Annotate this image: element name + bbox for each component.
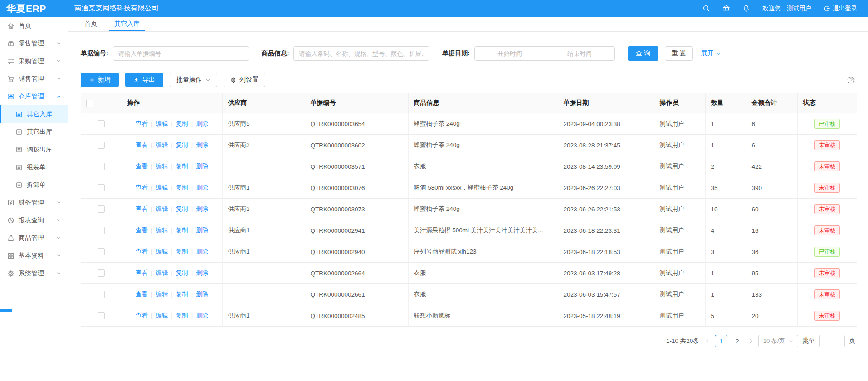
bell-icon[interactable] xyxy=(742,5,750,12)
sidebar-item-report-query[interactable]: 报表查询 xyxy=(0,211,68,229)
action-edit-link[interactable]: 编辑 xyxy=(156,291,168,298)
operator-cell: 测试用户 xyxy=(654,113,705,135)
batch-actions-button[interactable]: 批量操作 xyxy=(170,73,217,87)
sidebar-item-label: 其它入库 xyxy=(27,110,52,118)
add-button[interactable]: 新增 xyxy=(81,73,119,87)
sidebar-item-system-mgmt[interactable]: 系统管理 xyxy=(0,264,68,282)
row-checkbox[interactable] xyxy=(98,205,105,213)
row-checkbox[interactable] xyxy=(98,248,105,255)
action-copy-link[interactable]: 复制 xyxy=(176,120,188,127)
action-copy-link[interactable]: 复制 xyxy=(176,248,188,255)
action-edit-link[interactable]: 编辑 xyxy=(156,312,168,319)
sidebar-item-warehouse-mgmt[interactable]: 仓库管理 xyxy=(0,88,68,105)
search-icon[interactable] xyxy=(702,5,710,12)
prev-page-button[interactable] xyxy=(705,338,710,344)
action-delete-link[interactable]: 删除 xyxy=(196,163,208,170)
action-edit-link[interactable]: 编辑 xyxy=(156,184,168,191)
row-checkbox[interactable] xyxy=(98,269,105,277)
action-copy-link[interactable]: 复制 xyxy=(176,142,188,148)
action-edit-link[interactable]: 编辑 xyxy=(156,163,168,170)
action-view-link[interactable]: 查看 xyxy=(136,205,148,212)
action-delete-link[interactable]: 删除 xyxy=(196,120,208,127)
search-button[interactable]: 查 询 xyxy=(628,46,658,61)
bill-no-input[interactable] xyxy=(113,46,249,61)
action-view-link[interactable]: 查看 xyxy=(136,120,148,127)
action-edit-link[interactable]: 编辑 xyxy=(156,120,168,127)
date-end-input[interactable] xyxy=(548,50,611,57)
action-delete-link[interactable]: 删除 xyxy=(196,205,208,212)
sidebar-item-disassembly-order[interactable]: 拆卸单 xyxy=(0,176,68,194)
row-checkbox[interactable] xyxy=(98,120,105,127)
action-view-link[interactable]: 查看 xyxy=(136,142,148,148)
row-checkbox[interactable] xyxy=(98,312,105,319)
action-view-link[interactable]: 查看 xyxy=(136,291,148,298)
qty-cell: 1 xyxy=(705,113,746,135)
action-delete-link[interactable]: 删除 xyxy=(196,312,208,319)
row-checkbox[interactable] xyxy=(98,227,105,234)
product-input[interactable] xyxy=(293,46,429,61)
action-copy-link[interactable]: 复制 xyxy=(176,184,188,191)
action-view-link[interactable]: 查看 xyxy=(136,312,148,319)
sidebar-item-transfer-outbound[interactable]: 调拨出库 xyxy=(0,141,68,158)
export-button[interactable]: 导出 xyxy=(125,73,163,87)
sidebar-item-basic-data[interactable]: 基本资料 xyxy=(0,247,68,264)
date-start-input[interactable] xyxy=(478,50,541,57)
action-delete-link[interactable]: 删除 xyxy=(196,248,208,255)
page-button-1[interactable]: 1 xyxy=(715,335,727,347)
row-checkbox[interactable] xyxy=(98,163,105,170)
action-view-link[interactable]: 查看 xyxy=(136,184,148,191)
bank-icon[interactable] xyxy=(722,5,730,12)
action-copy-link[interactable]: 复制 xyxy=(176,205,188,212)
page-numbers: 12 xyxy=(715,335,744,347)
sidebar-item-goods-mgmt[interactable]: 商品管理 xyxy=(0,229,68,247)
next-page-button[interactable] xyxy=(748,338,754,344)
action-delete-link[interactable]: 删除 xyxy=(196,269,208,276)
action-edit-link[interactable]: 编辑 xyxy=(156,269,168,276)
page-button-2[interactable]: 2 xyxy=(731,335,744,347)
reset-button[interactable]: 重 置 xyxy=(665,46,693,61)
sidebar-item-other-inbound[interactable]: 其它入库 xyxy=(0,105,68,123)
sidebar-item-other-outbound[interactable]: 其它出库 xyxy=(0,123,68,141)
action-delete-link[interactable]: 删除 xyxy=(196,142,208,148)
action-delete-link[interactable]: 删除 xyxy=(196,291,208,298)
action-copy-link[interactable]: 复制 xyxy=(176,312,188,319)
action-copy-link[interactable]: 复制 xyxy=(176,227,188,234)
row-checkbox[interactable] xyxy=(98,291,105,298)
action-edit-link[interactable]: 编辑 xyxy=(156,248,168,255)
row-checkbox[interactable] xyxy=(98,142,105,149)
tab-other-inbound[interactable]: 其它入库 xyxy=(107,17,147,31)
sidebar-item-purchase-mgmt[interactable]: 采购管理 xyxy=(0,52,68,70)
action-view-link[interactable]: 查看 xyxy=(136,227,148,234)
date-range-picker[interactable]: ~ xyxy=(474,46,615,61)
action-edit-link[interactable]: 编辑 xyxy=(156,142,168,148)
action-copy-link[interactable]: 复制 xyxy=(176,291,188,298)
operator-cell: 测试用户 xyxy=(654,263,705,284)
action-view-link[interactable]: 查看 xyxy=(136,248,148,255)
action-edit-link[interactable]: 编辑 xyxy=(156,227,168,234)
action-delete-link[interactable]: 删除 xyxy=(196,227,208,234)
sidebar-item-home[interactable]: 首页 xyxy=(0,17,68,34)
row-checkbox[interactable] xyxy=(98,184,105,191)
action-separator: | xyxy=(191,248,193,255)
action-copy-link[interactable]: 复制 xyxy=(176,269,188,276)
tab-home[interactable]: 首页 xyxy=(77,17,104,31)
sidebar-item-retail-mgmt[interactable]: 零售管理 xyxy=(0,34,68,52)
sidebar-item-sales-mgmt[interactable]: 销售管理 xyxy=(0,70,68,88)
sidebar-item-finance-mgmt[interactable]: 财务管理 xyxy=(0,194,68,211)
select-all-checkbox[interactable] xyxy=(86,100,93,107)
action-view-link[interactable]: 查看 xyxy=(136,163,148,170)
app-logo[interactable]: 华夏ERP xyxy=(0,2,68,15)
row-actions: 查看|编辑|复制|删除 xyxy=(122,113,222,135)
sidebar-item-assembly-order[interactable]: 组装单 xyxy=(0,158,68,176)
action-delete-link[interactable]: 删除 xyxy=(196,184,208,191)
product-label: 商品信息: xyxy=(262,49,289,58)
column-settings-button[interactable]: 列设置 xyxy=(224,73,265,87)
action-copy-link[interactable]: 复制 xyxy=(176,163,188,170)
logout-button[interactable]: 退出登录 xyxy=(824,5,857,13)
expand-link[interactable]: 展开 xyxy=(701,49,721,58)
action-edit-link[interactable]: 编辑 xyxy=(156,205,168,212)
help-icon[interactable] xyxy=(847,76,855,84)
action-view-link[interactable]: 查看 xyxy=(136,269,148,276)
jump-input[interactable] xyxy=(819,335,845,347)
page-size-select[interactable]: 10 条/页 xyxy=(758,335,798,347)
